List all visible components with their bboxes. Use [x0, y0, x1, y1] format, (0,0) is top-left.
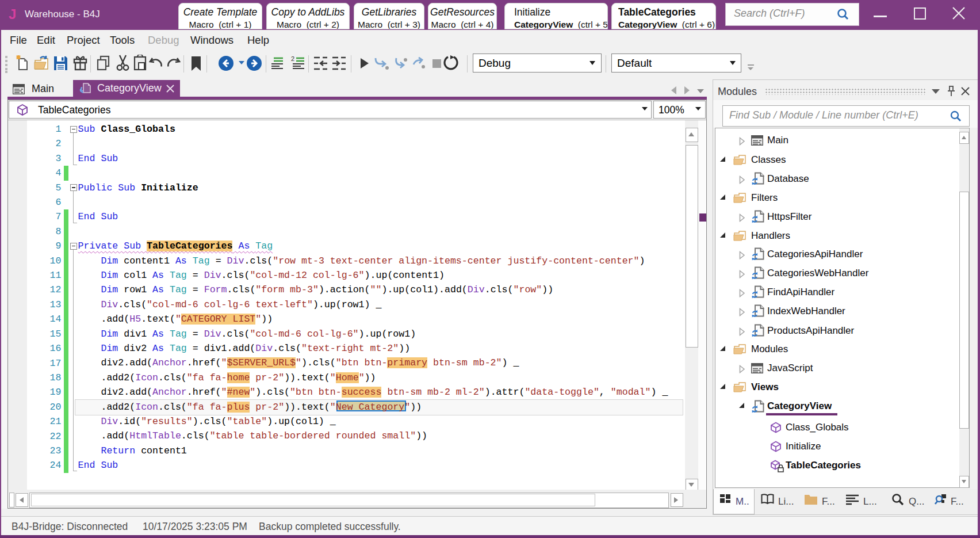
svg-text:2: 2 — [291, 56, 294, 62]
